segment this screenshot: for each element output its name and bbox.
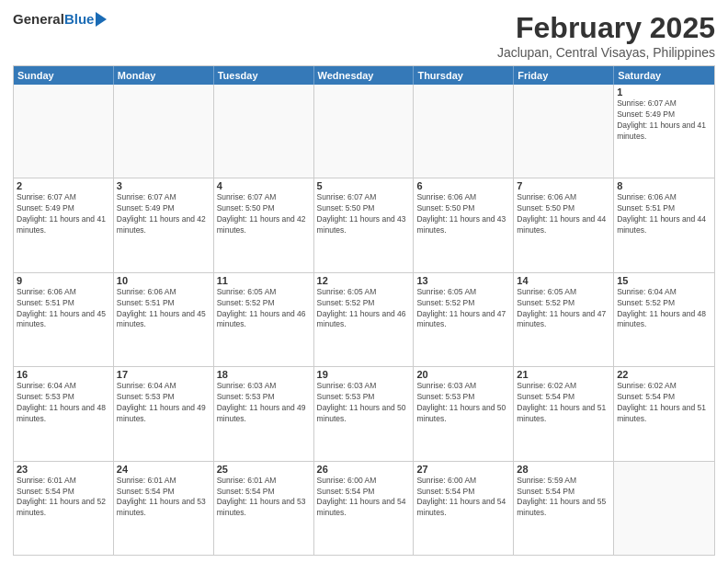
cell-info: Sunrise: 6:02 AM Sunset: 5:54 PM Dayligh… <box>517 381 610 425</box>
calendar-cell: 15Sunrise: 6:04 AM Sunset: 5:52 PM Dayli… <box>614 273 714 366</box>
calendar-cell: 5Sunrise: 6:07 AM Sunset: 5:50 PM Daylig… <box>314 178 415 271</box>
logo-blue: Blue <box>64 11 95 27</box>
cell-info: Sunrise: 6:07 AM Sunset: 5:50 PM Dayligh… <box>217 192 311 236</box>
calendar-row-0: 1Sunrise: 6:07 AM Sunset: 5:49 PM Daylig… <box>14 85 714 178</box>
calendar-row-3: 16Sunrise: 6:04 AM Sunset: 5:53 PM Dayli… <box>14 367 714 461</box>
calendar-cell: 14Sunrise: 6:05 AM Sunset: 5:52 PM Dayli… <box>514 273 614 366</box>
header-day-tuesday: Tuesday <box>214 66 314 85</box>
cell-info: Sunrise: 6:06 AM Sunset: 5:50 PM Dayligh… <box>416 192 510 236</box>
day-number: 11 <box>217 275 311 286</box>
day-number: 10 <box>117 275 210 286</box>
day-number: 22 <box>617 369 711 380</box>
cell-info: Sunrise: 6:03 AM Sunset: 5:53 PM Dayligh… <box>317 381 411 425</box>
calendar-cell <box>14 85 114 178</box>
calendar-header: SundayMondayTuesdayWednesdayThursdayFrid… <box>14 66 714 85</box>
calendar-cell <box>414 85 514 178</box>
cell-info: Sunrise: 6:02 AM Sunset: 5:54 PM Dayligh… <box>617 381 711 425</box>
day-number: 1 <box>617 86 711 98</box>
month-title: February 2025 <box>497 11 715 45</box>
header-day-monday: Monday <box>114 66 214 85</box>
header-day-saturday: Saturday <box>614 66 714 85</box>
cell-info: Sunrise: 6:04 AM Sunset: 5:53 PM Dayligh… <box>117 381 210 425</box>
day-number: 21 <box>517 369 610 380</box>
location: Jaclupan, Central Visayas, Philippines <box>497 45 715 60</box>
logo-arrow-icon <box>96 12 107 27</box>
calendar-cell: 11Sunrise: 6:05 AM Sunset: 5:52 PM Dayli… <box>214 273 314 366</box>
cell-info: Sunrise: 6:04 AM Sunset: 5:52 PM Dayligh… <box>617 287 711 331</box>
cell-info: Sunrise: 6:04 AM Sunset: 5:53 PM Dayligh… <box>17 381 110 425</box>
cell-info: Sunrise: 6:06 AM Sunset: 5:51 PM Dayligh… <box>617 192 711 236</box>
cell-info: Sunrise: 6:07 AM Sunset: 5:49 PM Dayligh… <box>117 192 210 236</box>
day-number: 19 <box>317 369 411 380</box>
day-number: 13 <box>416 275 510 286</box>
calendar-row-4: 23Sunrise: 6:01 AM Sunset: 5:54 PM Dayli… <box>14 462 714 555</box>
cell-info: Sunrise: 6:07 AM Sunset: 5:49 PM Dayligh… <box>617 98 711 143</box>
day-number: 2 <box>17 180 110 191</box>
calendar-cell: 17Sunrise: 6:04 AM Sunset: 5:53 PM Dayli… <box>114 367 214 460</box>
calendar-cell: 25Sunrise: 6:01 AM Sunset: 5:54 PM Dayli… <box>214 462 314 555</box>
calendar-cell: 13Sunrise: 6:05 AM Sunset: 5:52 PM Dayli… <box>414 273 514 366</box>
day-number: 6 <box>416 180 510 191</box>
day-number: 28 <box>517 464 610 475</box>
day-number: 16 <box>17 369 110 380</box>
cell-info: Sunrise: 5:59 AM Sunset: 5:54 PM Dayligh… <box>517 476 610 520</box>
calendar-cell: 21Sunrise: 6:02 AM Sunset: 5:54 PM Dayli… <box>514 367 614 460</box>
calendar-cell <box>614 462 714 555</box>
calendar-cell: 16Sunrise: 6:04 AM Sunset: 5:53 PM Dayli… <box>14 367 114 460</box>
cell-info: Sunrise: 6:01 AM Sunset: 5:54 PM Dayligh… <box>117 476 210 520</box>
calendar-cell: 7Sunrise: 6:06 AM Sunset: 5:50 PM Daylig… <box>514 178 614 271</box>
cell-info: Sunrise: 6:06 AM Sunset: 5:50 PM Dayligh… <box>517 192 610 236</box>
calendar-cell <box>314 85 415 178</box>
cell-info: Sunrise: 6:05 AM Sunset: 5:52 PM Dayligh… <box>416 287 510 331</box>
calendar: SundayMondayTuesdayWednesdayThursdayFrid… <box>13 65 715 556</box>
calendar-cell: 18Sunrise: 6:03 AM Sunset: 5:53 PM Dayli… <box>214 367 314 460</box>
day-number: 27 <box>416 464 510 475</box>
day-number: 4 <box>217 180 311 191</box>
day-number: 23 <box>17 464 110 475</box>
cell-info: Sunrise: 6:06 AM Sunset: 5:51 PM Dayligh… <box>17 287 110 331</box>
day-number: 7 <box>517 180 610 191</box>
cell-info: Sunrise: 6:01 AM Sunset: 5:54 PM Dayligh… <box>217 476 311 520</box>
calendar-cell: 26Sunrise: 6:00 AM Sunset: 5:54 PM Dayli… <box>314 462 415 555</box>
cell-info: Sunrise: 6:03 AM Sunset: 5:53 PM Dayligh… <box>217 381 311 425</box>
cell-info: Sunrise: 6:05 AM Sunset: 5:52 PM Dayligh… <box>517 287 610 331</box>
calendar-row-2: 9Sunrise: 6:06 AM Sunset: 5:51 PM Daylig… <box>14 273 714 367</box>
cell-info: Sunrise: 6:05 AM Sunset: 5:52 PM Dayligh… <box>217 287 311 331</box>
logo: General Blue <box>13 11 107 27</box>
calendar-row-1: 2Sunrise: 6:07 AM Sunset: 5:49 PM Daylig… <box>14 178 714 272</box>
day-number: 24 <box>117 464 210 475</box>
cell-info: Sunrise: 6:00 AM Sunset: 5:54 PM Dayligh… <box>317 476 411 520</box>
day-number: 26 <box>317 464 411 475</box>
day-number: 8 <box>617 180 711 191</box>
cell-info: Sunrise: 6:07 AM Sunset: 5:50 PM Dayligh… <box>317 192 411 236</box>
calendar-cell: 22Sunrise: 6:02 AM Sunset: 5:54 PM Dayli… <box>614 367 714 460</box>
calendar-cell: 19Sunrise: 6:03 AM Sunset: 5:53 PM Dayli… <box>314 367 415 460</box>
header-day-friday: Friday <box>514 66 614 85</box>
logo-general: General <box>13 11 64 27</box>
calendar-cell <box>114 85 214 178</box>
cell-info: Sunrise: 6:06 AM Sunset: 5:51 PM Dayligh… <box>117 287 210 331</box>
day-number: 12 <box>317 275 411 286</box>
title-block: February 2025 Jaclupan, Central Visayas,… <box>497 11 715 60</box>
calendar-cell: 9Sunrise: 6:06 AM Sunset: 5:51 PM Daylig… <box>14 273 114 366</box>
day-number: 9 <box>17 275 110 286</box>
header: General Blue February 2025 Jaclupan, Cen… <box>13 11 715 60</box>
cell-info: Sunrise: 6:07 AM Sunset: 5:49 PM Dayligh… <box>17 192 110 236</box>
cell-info: Sunrise: 6:00 AM Sunset: 5:54 PM Dayligh… <box>416 476 510 520</box>
calendar-cell: 8Sunrise: 6:06 AM Sunset: 5:51 PM Daylig… <box>614 178 714 271</box>
day-number: 14 <box>517 275 610 286</box>
day-number: 17 <box>117 369 210 380</box>
calendar-cell: 4Sunrise: 6:07 AM Sunset: 5:50 PM Daylig… <box>214 178 314 271</box>
calendar-cell: 24Sunrise: 6:01 AM Sunset: 5:54 PM Dayli… <box>114 462 214 555</box>
calendar-cell <box>514 85 614 178</box>
cell-info: Sunrise: 6:03 AM Sunset: 5:53 PM Dayligh… <box>416 381 510 425</box>
calendar-body: 1Sunrise: 6:07 AM Sunset: 5:49 PM Daylig… <box>14 85 714 555</box>
calendar-cell: 10Sunrise: 6:06 AM Sunset: 5:51 PM Dayli… <box>114 273 214 366</box>
day-number: 20 <box>416 369 510 380</box>
day-number: 18 <box>217 369 311 380</box>
calendar-cell: 6Sunrise: 6:06 AM Sunset: 5:50 PM Daylig… <box>414 178 514 271</box>
calendar-cell: 27Sunrise: 6:00 AM Sunset: 5:54 PM Dayli… <box>414 462 514 555</box>
page: General Blue February 2025 Jaclupan, Cen… <box>0 0 728 563</box>
calendar-cell: 12Sunrise: 6:05 AM Sunset: 5:52 PM Dayli… <box>314 273 415 366</box>
calendar-cell: 3Sunrise: 6:07 AM Sunset: 5:49 PM Daylig… <box>114 178 214 271</box>
